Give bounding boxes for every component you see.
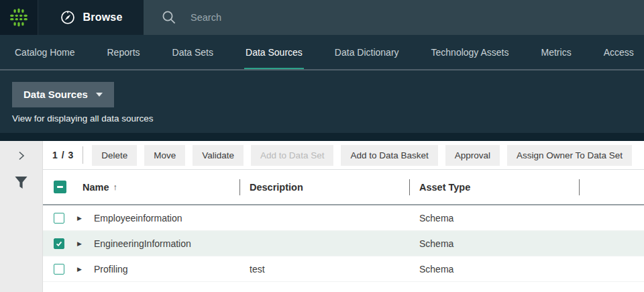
view-header: Data Sources View for displaying all dat… [0,70,644,133]
asset-description [239,205,409,230]
indeterminate-checkbox-icon [54,181,66,193]
asset-description [239,231,409,256]
data-sources-panel: 1 / 3 Delete Move Validate Add to Data S… [43,141,644,292]
content-area: 1 / 3 Delete Move Validate Add to Data S… [0,141,644,292]
catalog-nav-tabs: Catalog Home Reports Data Sets Data Sour… [0,35,644,70]
tab-technology-assets[interactable]: Technology Assets [431,35,509,69]
toolbar-divider [83,146,83,164]
asset-type: Schema [409,256,579,281]
table-header: Name ↑ Description Asset Type [43,170,644,205]
asset-type: Schema [409,205,579,230]
search-bar[interactable]: Search [144,0,644,35]
section-divider-strip [0,133,644,141]
add-to-data-set-button[interactable]: Add to Data Set [251,145,333,166]
tab-data-sets[interactable]: Data Sets [172,35,213,69]
expand-panel-button[interactable] [0,141,42,170]
add-to-data-basket-button[interactable]: Add to Data Basket [341,145,437,166]
column-header-description[interactable]: Description [239,170,409,204]
tab-catalog-home[interactable]: Catalog Home [15,35,75,69]
approval-button[interactable]: Approval [445,145,500,166]
view-description: View for displaying all data sources [12,113,644,124]
filter-button[interactable] [14,175,28,193]
row-checkbox[interactable] [54,213,64,224]
chevron-right-icon [15,149,28,162]
row-checkbox[interactable] [54,264,64,275]
view-selector-dropdown[interactable]: Data Sources [12,82,114,107]
selection-count: 1 / 3 [52,150,74,160]
table-row[interactable]: ▶ Profiling test Schema [43,256,644,282]
browse-label: Browse [83,11,123,23]
delete-button[interactable]: Delete [92,145,137,166]
expand-row-icon[interactable]: ▶ [77,240,84,247]
app-logo-icon [9,7,29,28]
bulk-actions-toolbar: 1 / 3 Delete Move Validate Add to Data S… [43,141,644,170]
assign-owner-button[interactable]: Assign Owner To Data Set [507,145,632,166]
table-row[interactable]: ▶ Employeeinformation Schema [43,205,644,231]
search-placeholder: Search [191,12,221,23]
column-header-extra [579,170,644,204]
search-icon [161,9,177,26]
tab-access[interactable]: Access [604,35,634,69]
move-button[interactable]: Move [144,145,185,166]
tab-metrics[interactable]: Metrics [541,35,572,69]
table-row[interactable]: ▶ EngineeringInformation Schema [43,231,644,256]
asset-type: Schema [409,231,579,256]
chevron-down-icon [96,93,103,97]
column-header-asset-type[interactable]: Asset Type [409,170,579,204]
top-bar: Browse Search [0,0,644,35]
expand-row-icon[interactable]: ▶ [77,266,84,273]
browse-nav-button[interactable]: Browse [38,0,144,35]
asset-name: Employeeinformation [94,213,182,224]
tab-data-sources[interactable]: Data Sources [246,35,303,69]
asset-description: test [239,256,409,281]
tab-data-dictionary[interactable]: Data Dictionary [335,35,399,69]
tab-reports[interactable]: Reports [107,35,140,69]
filter-funnel-icon [14,175,28,190]
row-checkbox[interactable] [54,238,64,249]
compass-icon [60,9,76,26]
view-selector-label: Data Sources [23,89,88,100]
column-header-name[interactable]: Name ↑ [72,170,239,204]
app-logo-button[interactable] [0,0,38,35]
checkmark-icon [55,240,63,248]
validate-button[interactable]: Validate [193,145,244,166]
asset-name: Profiling [94,264,128,275]
asset-name: EngineeringInformation [94,238,191,249]
sort-ascending-icon: ↑ [113,182,118,192]
select-all-checkbox[interactable] [43,170,72,204]
expand-row-icon[interactable]: ▶ [77,215,84,222]
left-rail [0,141,43,292]
